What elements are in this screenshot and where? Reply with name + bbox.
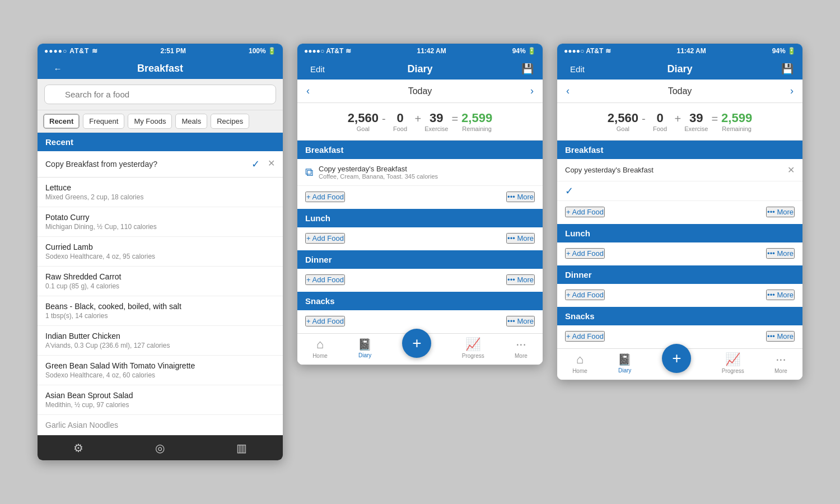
list-item[interactable]: Lettuce Mixed Greens, 2 cup, 18 calories [38,178,283,207]
tab-diary-3[interactable]: 📓 Diary [618,353,632,374]
more-icon-2: ··· [516,337,526,352]
settings-button[interactable]: ⚙ [73,441,83,455]
snacks-add-food-3[interactable]: + Add Food [565,331,605,342]
progress-icon-2: 📈 [465,337,480,352]
search-input[interactable] [44,85,276,104]
meal-sections-3: Breakfast Copy yesterday's Breakfast ✕ ✓… [557,141,802,347]
copy-x-button[interactable]: ✕ [268,158,275,170]
add-button-3[interactable]: + [662,344,691,373]
dinner-more-3[interactable]: ••• More [766,290,795,300]
tab-home-2[interactable]: ⌂ Home [312,337,328,359]
copy-confirm-row: Copy yesterday's Breakfast ✕ [557,159,802,181]
dinner-more-2[interactable]: ••• More [506,274,535,285]
list-item[interactable]: Asian Bean Sprout Salad Medithin, ½ cup,… [38,385,283,415]
search-bar: 🔍 [38,79,283,110]
tab-progress-2[interactable]: 📈 Progress [462,337,484,359]
meal-snacks-3: Snacks + Add Food ••• More [557,307,802,347]
add-button-2[interactable]: + [402,329,431,358]
copy-confirm-x-button[interactable]: ✕ [787,165,795,175]
lunch-add-food-3[interactable]: + Add Food [565,248,605,259]
dinner-add-food-2[interactable]: + Add Food [305,274,345,285]
calories-summary-3: 2,560 Goal - 0 Food + 39 Exercise = 2,59… [557,103,802,141]
meal-breakfast-3: Breakfast Copy yesterday's Breakfast ✕ ✓… [557,141,802,223]
list-item[interactable]: Raw Shredded Carrot 0.1 cup (85 g), 4 ca… [38,267,283,296]
home-icon-3: ⌂ [576,352,584,367]
copy-check-button[interactable]: ✓ [251,158,260,170]
today-label-3: Today [668,86,692,96]
list-item[interactable]: Beans - Black, cooked, boiled, with salt… [38,296,283,326]
status-bar-1: ●●●●○ AT&T ≋ 2:51 PM 100% 🔋 [38,44,283,58]
date-nav-2: ‹ Today › [297,80,543,103]
calories-summary-2: 2,560 Goal - 0 Food + 39 Exercise = 2,59… [297,103,543,141]
filter-tabs: Recent Frequent My Foods Meals Recipes [38,110,283,133]
next-day-2[interactable]: › [530,85,534,97]
next-day-3[interactable]: › [790,85,794,97]
bottom-toolbar: ⚙ ◎ ▥ [38,435,283,460]
snacks-more-3[interactable]: ••• More [766,331,795,342]
snacks-more-2[interactable]: ••• More [506,316,535,326]
diary-icon-2: 📓 [358,338,372,351]
breakfast-more-2[interactable]: ••• More [506,192,535,202]
bottom-tab-bar-2: ⌂ Home 📓 Diary + 📈 Progress ··· More [297,333,543,365]
copy-prompt: Copy Breakfast from yesterday? ✓ ✕ [38,151,283,178]
bottom-tab-bar-3: ⌂ Home 📓 Diary + 📈 Progress ··· More [557,348,802,380]
tab-more-3[interactable]: ··· More [774,352,787,374]
tab-home-3[interactable]: ⌂ Home [572,352,587,374]
meal-lunch-2: Lunch + Add Food ••• More [297,209,543,249]
date-nav-3: ‹ Today › [557,80,802,103]
breakfast-add-food-2[interactable]: + Add Food [305,192,345,202]
barcode-button[interactable]: ▥ [236,441,247,455]
lunch-add-food-2[interactable]: + Add Food [305,233,345,244]
nav-title-1: Breakfast [69,63,251,74]
check-button[interactable]: ◎ [155,441,165,455]
list-item[interactable]: Indian Butter Chicken A'viands, 0.3 Cup … [38,326,283,356]
snacks-add-food-2[interactable]: + Add Food [305,316,345,326]
phone-1: ●●●●○ AT&T ≋ 2:51 PM 100% 🔋 ← Breakfast … [37,43,283,461]
tab-my-foods[interactable]: My Foods [128,114,172,129]
phone-2: ●●●●○ AT&T ≋ 11:42 AM 94% 🔋 Edit Diary 💾… [297,43,543,365]
edit-button-3[interactable]: Edit [566,64,589,74]
prev-day-2[interactable]: ‹ [306,85,310,97]
status-right-3: 94% 🔋 [772,47,796,55]
dinner-add-food-3[interactable]: + Add Food [565,290,605,300]
progress-icon-3: 📈 [725,352,740,367]
breakfast-add-food-3[interactable]: + Add Food [565,207,605,217]
copy-icon: ⧉ [305,166,313,179]
food-list: Lettuce Mixed Greens, 2 cup, 18 calories… [38,178,283,435]
meal-breakfast-2: Breakfast ⧉ Copy yesterday's Breakfast C… [297,141,543,208]
status-time-2: 11:42 AM [417,47,446,55]
more-icon-3: ··· [776,352,786,367]
save-button-2[interactable]: 💾 [511,63,534,75]
status-left-2: ●●●●○ AT&T ≋ [304,47,351,55]
barcode-icon: ▥ [236,441,247,455]
list-item[interactable]: Green Bean Salad With Tomato Vinaigrette… [38,356,283,385]
save-button-3[interactable]: 💾 [771,63,794,75]
nav-title-3: Diary [589,63,771,75]
diary-icon-3: 📓 [618,353,632,366]
tab-diary-2[interactable]: 📓 Diary [358,338,372,358]
tab-more-2[interactable]: ··· More [515,337,528,359]
back-button[interactable]: ← [46,64,69,73]
status-right-2: 94% 🔋 [512,47,536,55]
nav-bar-3: Edit Diary 💾 [557,58,802,80]
copy-prompt-text: Copy Breakfast from yesterday? [45,160,157,169]
meal-dinner-2: Dinner + Add Food ••• More [297,250,543,291]
lunch-more-3[interactable]: ••• More [766,248,795,259]
tab-recipes[interactable]: Recipes [211,114,249,129]
prev-day-3[interactable]: ‹ [566,85,570,97]
copy-yesterday-row[interactable]: ⧉ Copy yesterday's Breakfast Coffee, Cre… [297,159,543,186]
tab-meals[interactable]: Meals [175,114,207,129]
tab-recent[interactable]: Recent [43,114,80,129]
edit-button-2[interactable]: Edit [306,64,329,74]
nav-bar-1: ← Breakfast [38,58,283,79]
tab-frequent[interactable]: Frequent [83,114,124,129]
list-item[interactable]: Garlic Asian Noodles [38,415,283,435]
home-icon-2: ⌂ [316,337,324,352]
breakfast-more-3[interactable]: ••• More [766,207,795,217]
lunch-more-2[interactable]: ••• More [506,233,535,244]
meal-lunch-3: Lunch + Add Food ••• More [557,224,802,264]
list-item[interactable]: Curried Lamb Sodexo Healthcare, 4 oz, 95… [38,237,283,267]
tab-progress-3[interactable]: 📈 Progress [722,352,744,374]
recent-section-header: Recent [38,133,283,151]
list-item[interactable]: Potato Curry Michigan Dining, ½ Cup, 110… [38,207,283,237]
